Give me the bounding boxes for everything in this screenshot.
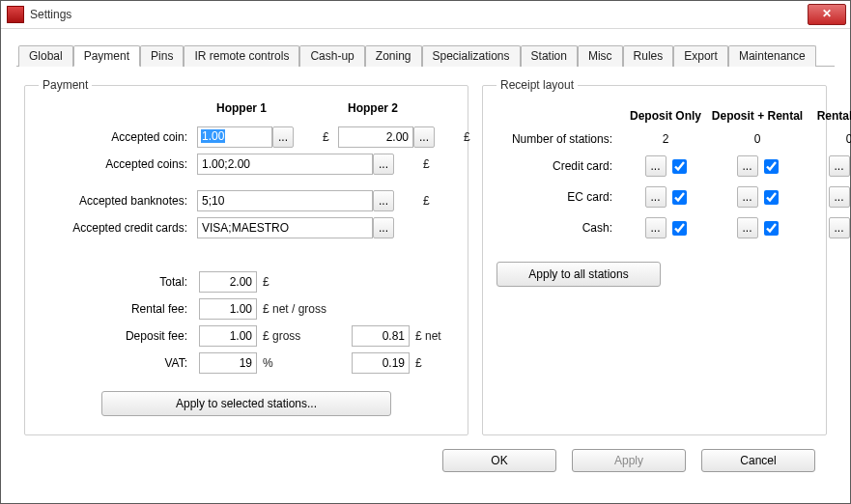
cash-deposit-rental-checkbox[interactable] — [764, 221, 779, 236]
col-deposit-only: Deposit Only — [622, 109, 709, 123]
deposit-fee-net-input[interactable] — [352, 325, 410, 347]
label-deposit-fee: Deposit fee: — [39, 329, 193, 343]
dialog-footer: OK Apply Cancel — [16, 441, 835, 493]
tab-content: Payment Hopper 1 Hopper 2 Accepted coin:… — [16, 67, 835, 441]
ok-button[interactable]: OK — [442, 449, 556, 472]
tab-ir-remote-controls[interactable]: IR remote controls — [184, 45, 299, 67]
accepted-coins-input[interactable] — [197, 154, 373, 175]
window-title: Settings — [30, 8, 71, 21]
apply-button[interactable]: Apply — [572, 449, 686, 472]
unit-currency-1: £ — [321, 130, 334, 144]
unit-rental-fee: £ net / gross — [263, 302, 340, 316]
rental-fee-input[interactable] — [199, 298, 257, 320]
unit-deposit-fee-gross: £ gross — [263, 329, 340, 343]
row-accepted-credit-cards: Accepted credit cards: ... — [39, 217, 454, 238]
label-cash: Cash: — [496, 221, 622, 235]
ec-card-deposit-only-browse-button[interactable]: ... — [645, 186, 667, 208]
tab-specializations[interactable]: Specializations — [422, 45, 521, 67]
stations-rental-only: 0 — [806, 132, 851, 146]
label-vat: VAT: — [39, 356, 193, 370]
tab-export[interactable]: Export — [673, 45, 728, 67]
row-accepted-coins: Accepted coins: ... £ — [39, 154, 454, 175]
hopper2-coin-browse-button[interactable]: ... — [413, 126, 435, 148]
label-accepted-coin: Accepted coin: — [39, 130, 193, 144]
ec-card-deposit-rental-checkbox[interactable] — [764, 190, 779, 205]
row-rental-fee: Rental fee: £ net / gross — [39, 298, 454, 320]
unit-deposit-fee-net: £ net — [415, 329, 462, 343]
tab-pins[interactable]: Pins — [140, 45, 184, 67]
hopper-header: Hopper 1 Hopper 2 — [39, 101, 454, 115]
cancel-button[interactable]: Cancel — [701, 449, 815, 472]
tab-maintenance[interactable]: Maintenance — [728, 45, 816, 67]
col-rental-only: Rental Only — [806, 109, 851, 123]
credit-card-deposit-rental-browse-button[interactable]: ... — [737, 155, 758, 177]
receipt-layout-group: Receipt layout Deposit Only Deposit + Re… — [482, 78, 827, 435]
hopper1-label: Hopper 1 — [193, 101, 290, 115]
row-accepted-coin: Accepted coin: 1.00 ... £ ... £ — [39, 126, 454, 148]
titlebar: Settings ✕ — [1, 1, 850, 29]
label-total: Total: — [39, 275, 193, 289]
tab-global[interactable]: Global — [18, 45, 73, 67]
cash-deposit-only-checkbox[interactable] — [672, 221, 687, 236]
accepted-banknotes-input[interactable] — [197, 190, 373, 211]
tab-station[interactable]: Station — [521, 45, 578, 67]
accepted-coins-browse-button[interactable]: ... — [373, 154, 394, 175]
tab-zoning[interactable]: Zoning — [365, 45, 422, 67]
vat-amount-input[interactable] — [352, 352, 410, 374]
settings-window: Settings ✕ Global Payment Pins IR remote… — [0, 0, 851, 504]
stations-deposit-rental: 0 — [709, 132, 806, 146]
credit-card-deposit-only-browse-button[interactable]: ... — [645, 155, 667, 177]
receipt-legend: Receipt layout — [496, 78, 578, 92]
row-vat: VAT: % £ — [39, 352, 454, 374]
ec-card-deposit-only-checkbox[interactable] — [672, 190, 687, 205]
cash-deposit-rental-browse-button[interactable]: ... — [737, 217, 758, 238]
vat-input[interactable] — [199, 352, 257, 374]
ec-card-rental-only-browse-button[interactable]: ... — [829, 186, 850, 208]
unit-total: £ — [263, 275, 340, 289]
unit-currency-2: £ — [462, 130, 475, 144]
tab-misc[interactable]: Misc — [578, 45, 623, 67]
apply-to-all-stations-button[interactable]: Apply to all stations — [496, 262, 661, 287]
label-number-of-stations: Number of stations: — [496, 132, 622, 146]
label-rental-fee: Rental fee: — [39, 302, 193, 316]
accepted-credit-cards-input[interactable] — [197, 217, 373, 238]
label-accepted-banknotes: Accepted banknotes: — [39, 194, 193, 208]
credit-card-deposit-rental-checkbox[interactable] — [764, 159, 779, 174]
stations-deposit-only: 2 — [622, 132, 709, 146]
unit-currency-3: £ — [421, 157, 435, 171]
credit-card-deposit-only-checkbox[interactable] — [672, 159, 687, 174]
row-total: Total: £ — [39, 271, 454, 293]
cash-rental-only-browse-button[interactable]: ... — [829, 217, 850, 238]
window-body: Global Payment Pins IR remote controls C… — [1, 29, 850, 503]
hopper1-coin-input[interactable] — [197, 126, 272, 148]
hopper2-coin-input[interactable] — [338, 126, 413, 148]
deposit-fee-input[interactable] — [199, 325, 257, 347]
apply-to-selected-stations-button[interactable]: Apply to selected stations... — [101, 391, 391, 416]
label-accepted-coins: Accepted coins: — [39, 157, 193, 171]
payment-legend: Payment — [39, 78, 92, 92]
unit-vat-currency: £ — [415, 356, 462, 370]
label-ec-card: EC card: — [496, 190, 622, 204]
label-credit-card: Credit card: — [496, 159, 622, 173]
payment-group: Payment Hopper 1 Hopper 2 Accepted coin:… — [24, 78, 468, 435]
row-accepted-banknotes: Accepted banknotes: ... £ — [39, 190, 454, 211]
credit-card-rental-only-browse-button[interactable]: ... — [829, 155, 850, 177]
col-deposit-rental: Deposit + Rental — [709, 109, 806, 123]
unit-currency-4: £ — [421, 194, 435, 208]
receipt-grid: Deposit Only Deposit + Rental Rental Onl… — [496, 109, 812, 238]
close-button[interactable]: ✕ — [808, 4, 846, 25]
accepted-credit-cards-browse-button[interactable]: ... — [373, 217, 394, 238]
tab-payment[interactable]: Payment — [73, 45, 140, 67]
cash-deposit-only-browse-button[interactable]: ... — [645, 217, 667, 238]
accepted-banknotes-browse-button[interactable]: ... — [373, 190, 394, 211]
row-deposit-fee: Deposit fee: £ gross £ net — [39, 325, 454, 347]
total-input[interactable] — [199, 271, 257, 293]
hopper2-label: Hopper 2 — [325, 101, 421, 115]
tabstrip: Global Payment Pins IR remote controls C… — [16, 44, 835, 67]
tab-cash-up[interactable]: Cash-up — [299, 45, 364, 67]
tab-rules[interactable]: Rules — [623, 45, 674, 67]
unit-vat-percent: % — [263, 356, 340, 370]
app-icon — [7, 6, 24, 23]
ec-card-deposit-rental-browse-button[interactable]: ... — [737, 186, 758, 208]
hopper1-coin-browse-button[interactable]: ... — [272, 126, 294, 148]
